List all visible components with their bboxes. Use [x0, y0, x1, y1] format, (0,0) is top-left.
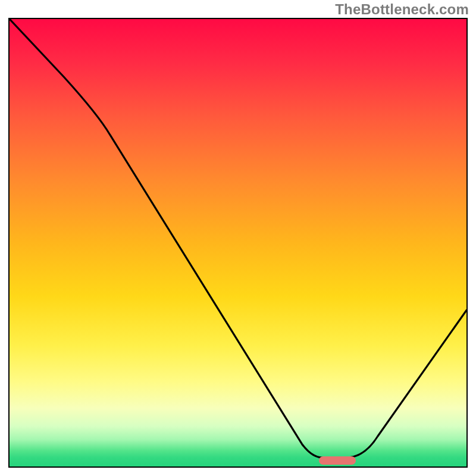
curve-path — [10, 19, 466, 458]
watermark-text: TheBottleneck.com — [335, 1, 469, 18]
bottleneck-curve — [10, 19, 466, 466]
chart-area — [8, 18, 468, 468]
optimal-range-marker — [319, 456, 356, 465]
